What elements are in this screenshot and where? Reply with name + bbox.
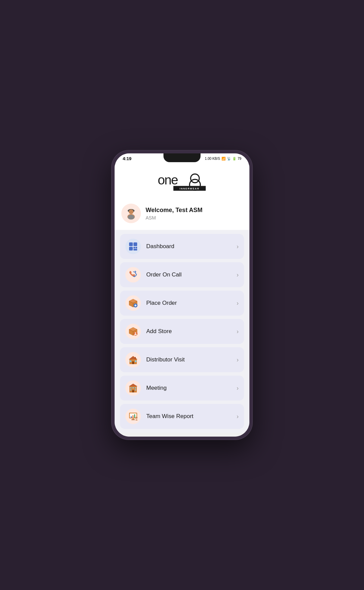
svg-text:one: one xyxy=(158,173,178,187)
distributor-visit-icon-wrap xyxy=(125,352,141,367)
place-order-icon xyxy=(128,298,138,308)
svg-rect-36 xyxy=(135,357,136,359)
svg-rect-13 xyxy=(133,247,135,248)
svg-point-1 xyxy=(191,174,200,183)
menu-label-team-wise-report: Team Wise Report xyxy=(146,413,231,420)
menu-item-order-on-call[interactable]: Order On Call › xyxy=(120,262,244,287)
wifi-icon: 📶 xyxy=(221,157,225,160)
svg-marker-38 xyxy=(129,384,138,386)
meeting-icon-wrap xyxy=(125,380,141,396)
avatar xyxy=(121,204,141,223)
status-time: 4:19 xyxy=(123,156,131,161)
order-on-call-icon xyxy=(128,270,138,280)
menu-item-place-order[interactable]: Place Order › xyxy=(120,291,244,316)
brand-logo: one INNERWEAR xyxy=(155,169,209,193)
chevron-dashboard: › xyxy=(237,243,239,250)
back-arrow-icon xyxy=(229,436,236,437)
svg-rect-15 xyxy=(133,249,137,250)
menu-label-dashboard: Dashboard xyxy=(146,243,231,250)
bottom-nav xyxy=(115,433,249,437)
menu-item-dashboard[interactable]: Dashboard › xyxy=(120,234,244,259)
distributor-visit-icon xyxy=(128,355,138,365)
menu-label-order-on-call: Order On Call xyxy=(146,271,231,278)
svg-rect-34 xyxy=(130,360,131,362)
svg-point-30 xyxy=(135,332,136,334)
add-store-icon xyxy=(128,326,138,336)
logo-area: one INNERWEAR xyxy=(115,163,249,198)
menu-list: Dashboard › Order On Call xyxy=(115,230,249,433)
svg-rect-49 xyxy=(134,414,135,418)
chevron-place-order: › xyxy=(237,300,239,307)
order-on-call-icon-wrap xyxy=(125,267,141,283)
dashboard-icon xyxy=(128,242,138,251)
svg-rect-14 xyxy=(135,247,137,248)
home-circle-icon xyxy=(179,436,186,437)
place-order-icon-wrap xyxy=(125,295,141,311)
signal-icon: 📡 xyxy=(227,157,231,160)
menu-label-add-store: Add Store xyxy=(146,328,231,335)
svg-rect-44 xyxy=(132,390,134,392)
svg-rect-43 xyxy=(135,389,136,390)
svg-marker-32 xyxy=(129,356,138,359)
phone-frame: 4:19 1.00 KB/S 📶 📡 🔋 79 one xyxy=(111,150,253,440)
svg-rect-11 xyxy=(133,242,137,246)
menu-label-place-order: Place Order xyxy=(146,300,231,306)
menu-label-meeting: Meeting xyxy=(146,385,231,391)
status-icons: 1.00 KB/S 📶 📡 🔋 79 xyxy=(205,157,241,160)
chevron-distributor-visit: › xyxy=(237,356,239,363)
chevron-order-on-call: › xyxy=(237,271,239,278)
svg-rect-33 xyxy=(132,361,134,364)
dashboard-icon-wrap xyxy=(125,239,141,254)
data-speed: 1.00 KB/S xyxy=(205,157,220,160)
svg-rect-48 xyxy=(132,415,133,418)
svg-point-52 xyxy=(135,417,138,419)
welcome-role: ASM xyxy=(146,215,203,220)
chevron-add-store: › xyxy=(237,328,239,335)
svg-point-7 xyxy=(129,209,133,214)
avatar-icon xyxy=(126,207,136,219)
nav-back-button[interactable] xyxy=(229,436,236,437)
menu-item-team-wise-report[interactable]: Team Wise Report › xyxy=(120,404,244,429)
svg-text:INNERWEAR: INNERWEAR xyxy=(180,187,200,190)
svg-rect-12 xyxy=(129,247,133,250)
welcome-section: Welcome, Test ASM ASM xyxy=(115,198,249,230)
welcome-greeting: Welcome, Test ASM xyxy=(146,207,203,214)
svg-rect-42 xyxy=(130,389,131,390)
team-wise-report-icon xyxy=(128,411,138,421)
meeting-icon xyxy=(128,383,138,393)
menu-item-distributor-visit[interactable]: Distributor Visit › xyxy=(120,347,244,372)
chevron-meeting: › xyxy=(237,385,239,392)
notch xyxy=(163,153,201,162)
svg-rect-40 xyxy=(132,387,134,388)
svg-rect-35 xyxy=(135,360,136,362)
menu-label-distributor-visit: Distributor Visit xyxy=(146,356,231,363)
phone-screen: 4:19 1.00 KB/S 📶 📡 🔋 79 one xyxy=(115,153,249,437)
add-store-icon-wrap xyxy=(125,324,141,339)
svg-rect-41 xyxy=(135,387,136,388)
menu-item-meeting[interactable]: Meeting › xyxy=(120,376,244,401)
chevron-team-wise-report: › xyxy=(237,413,239,420)
svg-rect-10 xyxy=(129,242,133,246)
welcome-text: Welcome, Test ASM ASM xyxy=(146,207,203,220)
svg-point-9 xyxy=(128,215,134,219)
menu-item-add-store[interactable]: Add Store › xyxy=(120,319,244,344)
svg-rect-47 xyxy=(131,416,132,418)
team-wise-report-icon-wrap xyxy=(125,409,141,424)
nav-home-button[interactable] xyxy=(179,436,186,437)
battery-level: 79 xyxy=(238,157,241,160)
svg-rect-39 xyxy=(130,387,131,388)
battery-icon: 🔋 xyxy=(232,157,236,160)
